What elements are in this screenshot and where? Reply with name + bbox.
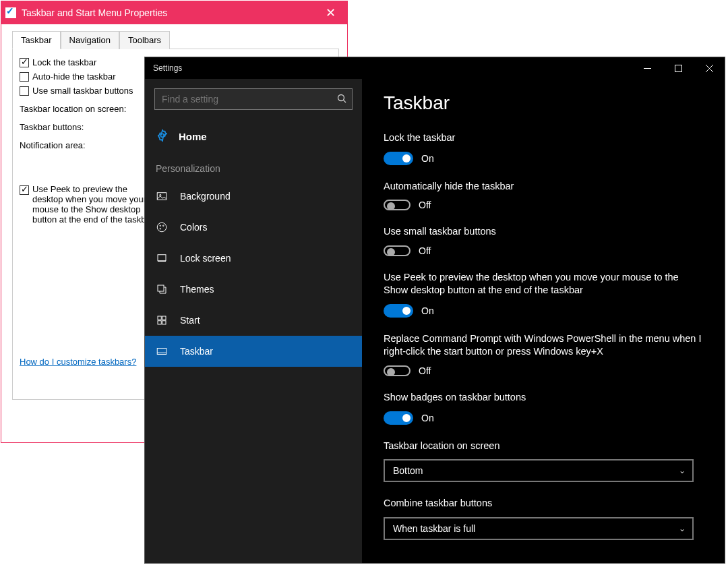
autohide-setting: Automatically hide the taskbar Off bbox=[384, 180, 703, 211]
settings-window: Settings Home Personalization bbox=[144, 57, 725, 564]
tab-toolbars[interactable]: Toolbars bbox=[119, 31, 170, 49]
nav-taskbar[interactable]: Taskbar bbox=[145, 336, 362, 367]
page-heading: Taskbar bbox=[384, 92, 703, 114]
badges-setting: Show badges on taskbar buttons On bbox=[384, 391, 703, 425]
svg-rect-7 bbox=[157, 193, 166, 200]
close-icon bbox=[706, 65, 713, 72]
section-heading: Personalization bbox=[145, 151, 362, 181]
svg-rect-20 bbox=[157, 349, 166, 355]
combine-dropdown[interactable]: When taskbar is full ⌄ bbox=[384, 517, 694, 540]
svg-rect-16 bbox=[158, 316, 161, 320]
chevron-down-icon: ⌄ bbox=[679, 524, 686, 533]
location-dropdown[interactable]: Bottom ⌄ bbox=[384, 459, 694, 482]
autohide-state: Off bbox=[419, 200, 431, 210]
search-icon bbox=[337, 94, 346, 105]
properties-tabs: Taskbar Navigation Toolbars bbox=[12, 31, 339, 49]
nav-start-label: Start bbox=[180, 315, 200, 326]
autohide-label: Automatically hide the taskbar bbox=[384, 180, 703, 194]
lock-taskbar-checkbox[interactable] bbox=[20, 58, 29, 67]
nav-background[interactable]: Background bbox=[145, 181, 362, 212]
picture-icon bbox=[156, 190, 168, 202]
autohide-toggle[interactable] bbox=[384, 200, 411, 210]
maximize-icon bbox=[675, 65, 682, 72]
start-icon bbox=[156, 314, 168, 326]
svg-rect-13 bbox=[158, 255, 166, 261]
settings-sidebar: Home Personalization Background Colors L… bbox=[145, 79, 362, 563]
svg-rect-18 bbox=[158, 321, 161, 324]
peek-toggle[interactable] bbox=[384, 304, 413, 318]
location-value: Bottom bbox=[393, 465, 423, 476]
combine-value: When taskbar is full bbox=[393, 523, 475, 534]
svg-rect-15 bbox=[158, 285, 164, 291]
settings-titlebar[interactable]: Settings bbox=[145, 57, 725, 79]
nav-themes-label: Themes bbox=[180, 284, 214, 295]
lock-taskbar-label: Lock the taskbar bbox=[32, 57, 96, 67]
small-state: Off bbox=[419, 245, 431, 256]
settings-content: Taskbar Lock the taskbar On Automaticall… bbox=[362, 79, 725, 563]
nav-colors-label: Colors bbox=[180, 222, 207, 233]
combine-setting: Combine taskbar buttons When taskbar is … bbox=[384, 497, 703, 540]
svg-point-8 bbox=[160, 194, 161, 196]
svg-point-11 bbox=[163, 225, 164, 227]
location-setting: Taskbar location on screen Bottom ⌄ bbox=[384, 440, 703, 483]
lockscreen-icon bbox=[156, 252, 168, 264]
home-nav[interactable]: Home bbox=[145, 122, 362, 151]
svg-rect-19 bbox=[162, 321, 166, 324]
svg-rect-1 bbox=[675, 65, 681, 71]
powershell-setting: Replace Command Prompt with Windows Powe… bbox=[384, 332, 703, 376]
search-input[interactable] bbox=[162, 94, 337, 105]
settings-title: Settings bbox=[153, 63, 632, 73]
nav-colors[interactable]: Colors bbox=[145, 212, 362, 243]
close-button[interactable]: ✕ bbox=[315, 1, 346, 24]
powershell-label: Replace Command Prompt with Windows Powe… bbox=[384, 332, 703, 359]
nav-background-label: Background bbox=[180, 191, 231, 202]
lock-setting: Lock the taskbar On bbox=[384, 131, 703, 165]
palette-icon bbox=[156, 221, 168, 233]
peek-label: Use Peek to preview the desktop when you… bbox=[32, 184, 154, 225]
small-buttons-label: Use small taskbar buttons bbox=[32, 86, 133, 96]
peek-label: Use Peek to preview the desktop when you… bbox=[384, 271, 703, 297]
taskbar-icon bbox=[156, 345, 168, 357]
small-toggle[interactable] bbox=[384, 245, 411, 256]
combine-label: Combine taskbar buttons bbox=[384, 497, 703, 510]
maximize-button[interactable] bbox=[663, 57, 694, 79]
lock-label: Lock the taskbar bbox=[384, 131, 703, 145]
minimize-button[interactable] bbox=[632, 57, 663, 79]
properties-title: Taskbar and Start Menu Properties bbox=[22, 7, 315, 18]
gear-icon bbox=[156, 129, 169, 144]
peek-setting: Use Peek to preview the desktop when you… bbox=[384, 271, 703, 318]
location-label: Taskbar location on screen bbox=[384, 440, 703, 453]
lock-state: On bbox=[421, 153, 434, 164]
autohide-checkbox[interactable] bbox=[20, 72, 29, 82]
chevron-down-icon: ⌄ bbox=[679, 466, 686, 475]
peek-state: On bbox=[421, 305, 434, 316]
lock-toggle[interactable] bbox=[384, 152, 413, 165]
badges-toggle[interactable] bbox=[384, 411, 413, 425]
nav-lockscreen[interactable]: Lock screen bbox=[145, 243, 362, 274]
powershell-toggle[interactable] bbox=[384, 365, 411, 376]
tab-taskbar[interactable]: Taskbar bbox=[12, 31, 61, 49]
svg-point-9 bbox=[157, 222, 166, 232]
badges-label: Show badges on taskbar buttons bbox=[384, 391, 703, 405]
nav-themes[interactable]: Themes bbox=[145, 274, 362, 305]
small-setting: Use small taskbar buttons Off bbox=[384, 225, 703, 256]
peek-checkbox[interactable] bbox=[20, 185, 29, 195]
properties-titlebar[interactable]: Taskbar and Start Menu Properties ✕ bbox=[1, 1, 347, 24]
nav-lockscreen-label: Lock screen bbox=[180, 253, 231, 264]
svg-point-12 bbox=[160, 229, 161, 230]
themes-icon bbox=[156, 283, 168, 295]
svg-line-5 bbox=[344, 100, 346, 102]
nav-start[interactable]: Start bbox=[145, 305, 362, 336]
small-buttons-checkbox[interactable] bbox=[20, 86, 29, 96]
home-label: Home bbox=[179, 131, 207, 142]
close-button[interactable] bbox=[694, 57, 725, 79]
svg-point-10 bbox=[160, 225, 161, 227]
autohide-label: Auto-hide the taskbar bbox=[32, 71, 116, 82]
svg-rect-17 bbox=[162, 316, 166, 320]
nav-taskbar-label: Taskbar bbox=[180, 346, 213, 357]
tab-navigation[interactable]: Navigation bbox=[61, 31, 119, 49]
badges-state: On bbox=[421, 413, 434, 423]
search-box[interactable] bbox=[154, 88, 353, 110]
powershell-state: Off bbox=[419, 365, 431, 376]
properties-icon bbox=[5, 7, 16, 18]
